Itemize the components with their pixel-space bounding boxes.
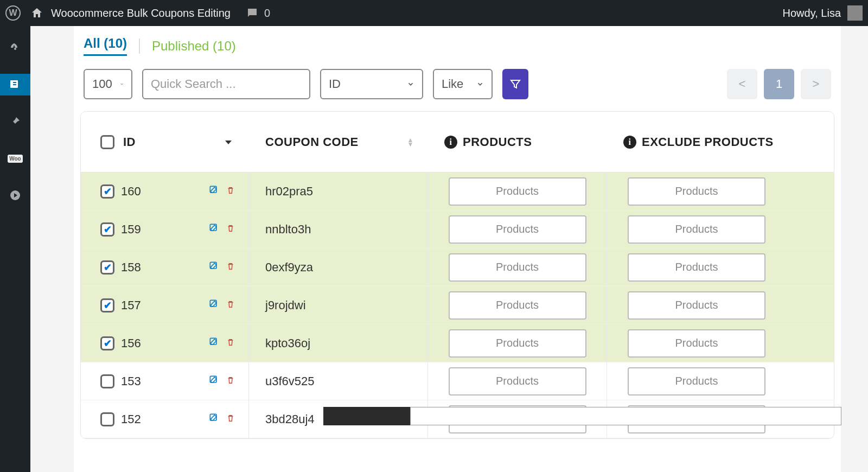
sidebar-bulk-edit[interactable]	[0, 74, 30, 95]
main-content: All (10) Published (10) 100 Quick Search…	[30, 26, 868, 472]
edit-row-button[interactable]	[208, 374, 219, 388]
cell-products: Products	[428, 324, 607, 362]
row-checkbox[interactable]	[100, 374, 114, 388]
select-all-checkbox[interactable]	[100, 135, 114, 149]
apply-filter-button[interactable]	[502, 69, 528, 99]
comment-icon[interactable]	[246, 7, 259, 20]
exclude-products-button[interactable]: Products	[628, 291, 765, 320]
sidebar-media[interactable]	[0, 184, 30, 206]
table-row: 157j9rojdwiProductsProducts	[81, 286, 834, 324]
page-current-button[interactable]: 1	[764, 69, 794, 99]
cell-code[interactable]: hr02pra5	[249, 173, 428, 210]
exclude-products-button[interactable]: Products	[628, 367, 765, 396]
products-button[interactable]: Products	[449, 367, 586, 396]
sidebar-pin[interactable]	[0, 111, 30, 132]
delete-row-button[interactable]	[226, 260, 235, 275]
cell-code[interactable]: nnblto3h	[249, 211, 428, 248]
overlay-dark-bar	[323, 407, 410, 425]
column-code-header[interactable]: COUPON CODE ▲▼	[249, 135, 428, 149]
products-button[interactable]: Products	[449, 329, 586, 358]
info-icon[interactable]: i	[444, 136, 457, 149]
coupon-code-value: hr02pra5	[265, 184, 313, 199]
sort-desc-icon[interactable]	[224, 139, 233, 145]
tab-all[interactable]: All (10)	[84, 36, 127, 56]
cell-code[interactable]: kpto36oj	[249, 324, 428, 362]
home-icon[interactable]	[30, 7, 43, 20]
row-checkbox[interactable]	[100, 412, 114, 426]
column-id-header[interactable]: ID	[81, 135, 249, 149]
column-products-label: PRODUCTS	[463, 135, 532, 149]
howdy-text[interactable]: Howdy, Lisa	[783, 7, 841, 20]
delete-row-button[interactable]	[226, 184, 235, 199]
sort-both-icon[interactable]: ▲▼	[407, 138, 414, 146]
delete-row-button[interactable]	[226, 412, 235, 426]
delete-row-button[interactable]	[226, 336, 235, 350]
delete-row-button[interactable]	[226, 222, 235, 237]
per-page-select[interactable]: 100	[84, 69, 132, 99]
table-row: 159nnblto3hProductsProducts	[81, 211, 834, 248]
products-button[interactable]: Products	[449, 253, 586, 282]
pagination: < 1 >	[727, 69, 831, 99]
cell-code[interactable]: j9rojdwi	[249, 286, 428, 324]
edit-row-button[interactable]	[208, 260, 219, 275]
table-row: 160hr02pra5ProductsProducts	[81, 173, 834, 211]
user-avatar[interactable]	[847, 5, 863, 21]
column-exclude-label: EXCLUDE PRODUCTS	[642, 135, 774, 149]
cell-id: 160	[81, 173, 249, 210]
row-id-value: 156	[121, 336, 141, 350]
cell-exclude-products: Products	[607, 211, 786, 248]
table-row: 156kpto36ojProductsProducts	[81, 324, 834, 362]
search-placeholder: Quick Search ...	[151, 77, 236, 91]
exclude-products-button[interactable]: Products	[628, 215, 765, 244]
table-header: ID COUPON CODE ▲▼ i PRODUCTS i EXCLUDE P…	[81, 112, 834, 173]
row-id-value: 158	[121, 260, 141, 275]
products-button[interactable]: Products	[449, 215, 586, 244]
cell-products: Products	[428, 211, 607, 248]
overlay-white-bar	[410, 407, 841, 425]
cell-exclude-products: Products	[607, 248, 786, 286]
cell-code[interactable]: u3f6v525	[249, 362, 428, 400]
row-checkbox[interactable]	[100, 336, 114, 350]
delete-row-button[interactable]	[226, 298, 235, 312]
cell-id: 153	[81, 362, 249, 400]
cell-id: 152	[81, 400, 249, 438]
cell-id: 159	[81, 211, 249, 248]
tab-published[interactable]: Published (10)	[152, 39, 236, 54]
products-button[interactable]: Products	[449, 177, 586, 206]
column-products-header[interactable]: i PRODUCTS	[428, 135, 607, 149]
row-checkbox[interactable]	[100, 184, 114, 199]
search-field-select[interactable]: ID	[320, 69, 423, 99]
exclude-products-button[interactable]: Products	[628, 329, 765, 358]
edit-row-button[interactable]	[208, 412, 219, 426]
page-next-button[interactable]: >	[801, 69, 831, 99]
comment-count: 0	[264, 7, 270, 20]
row-id-value: 160	[121, 184, 141, 199]
coupon-code-value: u3f6v525	[265, 374, 315, 388]
site-title[interactable]: Woocommerce Bulk Coupons Editing	[51, 7, 231, 20]
quick-search-input[interactable]: Quick Search ...	[142, 69, 310, 99]
delete-row-button[interactable]	[226, 374, 235, 388]
exclude-products-button[interactable]: Products	[628, 177, 765, 206]
sidebar-woocommerce[interactable]: Woo	[0, 148, 30, 169]
cell-id: 156	[81, 324, 249, 362]
page-prev-button[interactable]: <	[727, 69, 757, 99]
search-operator-select[interactable]: Like	[433, 69, 493, 99]
sidebar-dashboard[interactable]	[0, 37, 30, 59]
filter-bar: 100 Quick Search ... ID Like < 1 >	[74, 62, 841, 111]
edit-row-button[interactable]	[208, 222, 219, 237]
wordpress-logo-icon[interactable]: W	[5, 5, 21, 21]
row-checkbox[interactable]	[100, 298, 114, 312]
column-exclude-header[interactable]: i EXCLUDE PRODUCTS	[607, 135, 786, 149]
edit-row-button[interactable]	[208, 298, 219, 312]
row-checkbox[interactable]	[100, 222, 114, 237]
products-button[interactable]: Products	[449, 291, 586, 320]
cell-exclude-products: Products	[607, 324, 786, 362]
edit-row-button[interactable]	[208, 336, 219, 350]
info-icon[interactable]: i	[623, 136, 636, 149]
chevron-down-icon	[120, 80, 124, 88]
exclude-products-button[interactable]: Products	[628, 253, 765, 282]
cell-code[interactable]: 0exf9yza	[249, 248, 428, 286]
cell-products: Products	[428, 248, 607, 286]
edit-row-button[interactable]	[208, 184, 219, 199]
row-checkbox[interactable]	[100, 260, 114, 275]
